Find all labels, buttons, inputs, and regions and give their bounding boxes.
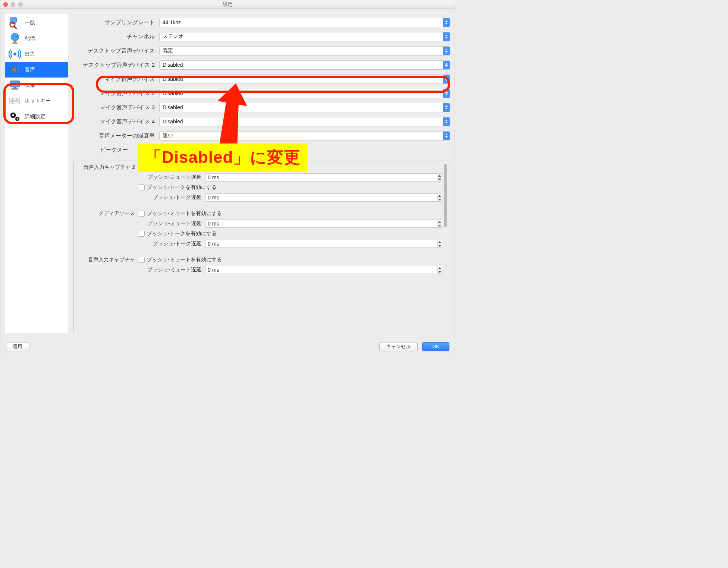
- sidebar-item-label: 映像: [25, 82, 35, 89]
- bottom-bar: 適用 キャンセル OK: [0, 338, 455, 355]
- svg-rect-16: [13, 101, 19, 104]
- sidebar-item-general[interactable]: 一般: [5, 15, 68, 31]
- chevron-updown-icon: [443, 32, 450, 41]
- gear-icon: [8, 110, 22, 123]
- monitor-icon: [8, 79, 22, 92]
- push-talk-check[interactable]: [139, 231, 145, 237]
- svg-rect-11: [12, 89, 19, 90]
- push-talk-delay-label: プッシュ-トーク遅延: [139, 194, 203, 201]
- push-mute-chec
[interactable]: [139, 164, 145, 170]
- push-mute-label: プッシュ-ミュートを有効にする: [147, 256, 222, 263]
- push-talk-check[interactable]: [139, 184, 145, 190]
- svg-rect-6: [14, 41, 16, 43]
- mic-audio-4-label: マイク音声デバイス 4: [73, 118, 156, 125]
- sidebar-item-stream[interactable]: 配信: [5, 31, 68, 46]
- magnifier-icon: [8, 16, 22, 29]
- titlebar: 設定: [0, 0, 455, 9]
- group-label: メディアソース: [75, 209, 139, 249]
- push-mute-check[interactable]: [139, 257, 145, 263]
- cancel-button[interactable]: キャンセル: [379, 342, 418, 351]
- sidebar-item-label: ホットキー: [25, 98, 51, 104]
- stepper-icon[interactable]: [437, 193, 442, 202]
- svg-rect-0: [10, 18, 17, 22]
- svg-rect-9: [10, 81, 20, 87]
- channel-select[interactable]: ステレオ: [159, 32, 450, 41]
- desktop-audio-2-select[interactable]: Disabled: [159, 60, 450, 70]
- settings-content: サンプリングレート 44.1khz チャンネル ステレオ デスクトップ音声デバイ…: [73, 13, 450, 333]
- sidebar-item-label: 音声: [25, 66, 35, 73]
- mic-audio-2-label: マイク音声デバイス 2: [73, 90, 156, 97]
- window-title: 設定: [0, 1, 455, 8]
- svg-rect-15: [10, 101, 13, 104]
- sidebar-item-label: 出力: [25, 51, 35, 57]
- push-mute-delay-label: プッシュ-ミュート遅延: [139, 174, 203, 181]
- chevron-updown-icon: [443, 47, 450, 55]
- push-mute-delay-spinner[interactable]: [205, 266, 442, 274]
- settings-window: 設定 一般 配信 出力: [0, 0, 455, 355]
- svg-line-4: [14, 26, 16, 28]
- chevron-updown-icon: [443, 61, 450, 69]
- sidebar-item-audio[interactable]: 音声: [5, 62, 68, 78]
- apply-button[interactable]: 適用: [6, 342, 29, 351]
- stepper-icon[interactable]: [437, 266, 442, 274]
- sidebar-item-advanced[interactable]: 詳細設定: [5, 109, 68, 124]
- svg-rect-13: [13, 98, 16, 101]
- mic-audio-2-select[interactable]: Disabled: [159, 89, 450, 98]
- chevron-updown-icon: [443, 103, 450, 112]
- stepper-icon[interactable]: [437, 240, 442, 248]
- keyboard-icon: [8, 94, 22, 108]
- push-mute-delay-label: プッシュ-ミュート遅延: [139, 266, 203, 273]
- push-talk-label: プッシュ-トークを有効にする: [147, 184, 217, 191]
- meter-decay-label: 音声メーターの減衰率: [73, 132, 156, 139]
- sidebar-item-label: 配信: [25, 35, 35, 42]
- push-talk-label: プッシュ-トークを有効にする: [147, 230, 217, 237]
- push-mute-delay-label: プッシュ-ミュート遅延: [139, 220, 203, 227]
- meter-decay-select[interactable]: 速い: [159, 131, 450, 141]
- desktop-audio-1-label: デスクトップ音声デバイス: [73, 47, 156, 54]
- audio-sources-panel: 音声入力キャプチャ 2 プッシュ-ミュートを有効にする プッシュ-ミュート遅延 …: [73, 161, 450, 333]
- push-mute-delay-spinner[interactable]: [205, 173, 442, 182]
- push-mute-label: プッシュ-ミュートを有効にする: [147, 164, 222, 171]
- push-mute-label: プッシュ-ミュートを有効にする: [147, 210, 222, 217]
- svg-point-18: [12, 114, 14, 116]
- chevron-updown-icon: [443, 75, 450, 83]
- settings-sidebar: 一般 配信 出力 音声: [5, 13, 68, 333]
- svg-point-5: [11, 33, 19, 41]
- push-mute-check[interactable]: [139, 211, 145, 217]
- sidebar-item-label: 詳細設定: [25, 113, 46, 120]
- sidebar-item-video[interactable]: 映像: [5, 78, 68, 93]
- push-talk-delay-spinner[interactable]: [205, 240, 442, 248]
- sidebar-item-output[interactable]: 出力: [5, 46, 68, 62]
- ok-button[interactable]: OK: [422, 342, 449, 351]
- stepper-icon[interactable]: [437, 220, 442, 228]
- svg-point-20: [17, 118, 18, 120]
- svg-rect-10: [13, 87, 16, 89]
- mic-audio-3-label: マイク音声デバイス 3: [73, 104, 156, 111]
- peak-meter-label: ピークメー: [73, 146, 129, 154]
- broadcast-icon: [8, 47, 22, 61]
- svg-rect-7: [12, 42, 18, 44]
- group-label: 音声入力キャプチャ 2: [75, 162, 139, 203]
- mic-audio-3-select[interactable]: Disabled: [159, 103, 450, 112]
- sidebar-item-hotkeys[interactable]: ホットキー: [5, 93, 68, 109]
- group-label: 音声入力キャプチャ: [75, 255, 139, 275]
- chevron-updown-icon: [443, 18, 450, 27]
- mic-audio-4-select[interactable]: Disabled: [159, 117, 450, 126]
- sample-rate-select[interactable]: 44.1khz: [159, 18, 450, 27]
- scrollbar[interactable]: [442, 162, 448, 331]
- svg-point-8: [13, 53, 16, 56]
- scroll-thumb[interactable]: [444, 164, 447, 227]
- desktop-audio-1-select[interactable]: 既定: [159, 46, 450, 56]
- push-talk-delay-label: プッシュ-トーク遅延: [139, 240, 203, 247]
- mic-audio-1-label: マイク音声デバイス: [73, 76, 156, 83]
- stepper-icon[interactable]: [437, 173, 442, 182]
- svg-rect-12: [10, 98, 13, 101]
- mic-audio-1-select[interactable]: Disabled: [159, 75, 450, 84]
- speaker-icon: [8, 63, 22, 76]
- push-mute-delay-spinner[interactable]: [205, 220, 442, 228]
- push-talk-delay-spinner[interactable]: [205, 193, 442, 202]
- chevron-updown-icon: [443, 132, 450, 140]
- svg-rect-14: [17, 98, 20, 101]
- sample-rate-label: サンプリングレート: [73, 19, 156, 26]
- globe-icon: [8, 32, 22, 45]
